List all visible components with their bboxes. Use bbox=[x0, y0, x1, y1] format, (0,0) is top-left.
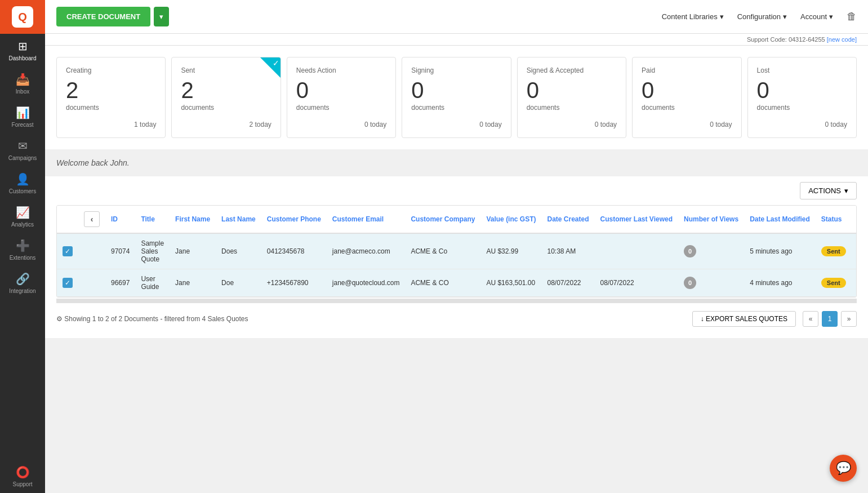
row-checkbox-cell-1[interactable]: ✓ bbox=[57, 233, 78, 269]
th-date-last-modified[interactable]: Date Last Modified bbox=[744, 206, 816, 233]
pagination-first-button[interactable]: « bbox=[803, 311, 818, 327]
row-email-2: jane@quotecloud.com bbox=[327, 269, 406, 297]
stat-label-signed-accepted: Signed & Accepted bbox=[527, 66, 617, 74]
views-badge-1: 0 bbox=[684, 245, 696, 257]
th-value[interactable]: Value (inc GST) bbox=[480, 206, 541, 233]
chevron-down-icon: ▾ bbox=[783, 12, 787, 21]
stat-card-creating[interactable]: Creating 2 documents 1 today bbox=[56, 57, 166, 138]
stat-docs-sent: documents bbox=[181, 104, 271, 112]
stat-count-sent: 2 bbox=[181, 79, 271, 101]
row-checkbox-1[interactable]: ✓ bbox=[63, 246, 73, 256]
pagination-page-1[interactable]: 1 bbox=[822, 311, 838, 327]
stat-today-signed-accepted: 0 today bbox=[527, 121, 617, 128]
new-code-link[interactable]: [new code] bbox=[827, 36, 857, 43]
row-last-name-1: Does bbox=[216, 233, 261, 269]
pagination-last-button[interactable]: » bbox=[841, 311, 857, 327]
views-badge-2: 0 bbox=[684, 277, 696, 289]
status-badge-2: Sent bbox=[821, 278, 846, 288]
stat-count-paid: 0 bbox=[642, 79, 732, 101]
sidebar: Q ⊞ Dashboard 📥 Inbox 📊 Forecast ✉ Campa… bbox=[0, 0, 45, 493]
stat-docs-lost: documents bbox=[757, 104, 847, 112]
stat-card-paid[interactable]: Paid 0 documents 0 today bbox=[632, 57, 741, 138]
documents-table-wrapper: ‹ ID Title First Name Last Name Customer… bbox=[56, 205, 857, 297]
row-date-modified-2: 4 minutes ago bbox=[744, 269, 816, 297]
row-title-2: User Guide bbox=[135, 269, 170, 297]
sidebar-label-forecast: Forecast bbox=[12, 122, 34, 128]
th-id[interactable]: ID bbox=[105, 206, 135, 233]
sidebar-item-inbox[interactable]: 📥 Inbox bbox=[0, 67, 45, 100]
row-company-2: ACME & CO bbox=[405, 269, 480, 297]
stat-card-sent[interactable]: ✓ Sent 2 documents 2 today bbox=[171, 57, 281, 138]
th-number-of-views[interactable]: Number of Views bbox=[678, 206, 744, 233]
create-document-dropdown-button[interactable]: ▾ bbox=[154, 7, 169, 26]
row-id-1: 97074 bbox=[105, 233, 135, 269]
sidebar-item-dashboard[interactable]: ⊞ Dashboard bbox=[0, 34, 45, 67]
table-nav-back-button[interactable]: ‹ bbox=[84, 211, 100, 227]
stat-card-signed-accepted[interactable]: Signed & Accepted 0 documents 0 today bbox=[517, 57, 626, 138]
sidebar-label-support: Support bbox=[12, 481, 32, 487]
app-logo[interactable]: Q bbox=[0, 0, 45, 34]
create-document-button[interactable]: CREATE DOCUMENT bbox=[56, 7, 150, 26]
sidebar-item-forecast[interactable]: 📊 Forecast bbox=[0, 100, 45, 134]
th-nav-back[interactable]: ‹ bbox=[78, 206, 105, 233]
th-date-created[interactable]: Date Created bbox=[541, 206, 594, 233]
inbox-icon: 📥 bbox=[16, 73, 30, 86]
sidebar-item-extentions[interactable]: ➕ Extentions bbox=[0, 233, 45, 267]
stat-label-sent: Sent bbox=[181, 66, 271, 74]
sidebar-item-customers[interactable]: 👤 Customers bbox=[0, 167, 45, 200]
stat-card-lost[interactable]: Lost 0 documents 0 today bbox=[747, 57, 857, 138]
stat-docs-paid: documents bbox=[642, 104, 732, 112]
sidebar-item-support[interactable]: ⭕ Support bbox=[0, 460, 45, 493]
th-last-name[interactable]: Last Name bbox=[216, 206, 261, 233]
row-checkbox-2[interactable]: ✓ bbox=[63, 278, 73, 288]
th-customer-last-viewed[interactable]: Customer Last Viewed bbox=[595, 206, 678, 233]
sidebar-item-integration[interactable]: 🔗 Integration bbox=[0, 267, 45, 300]
row-value-2: AU $163,501.00 bbox=[480, 269, 541, 297]
export-sales-quotes-button[interactable]: ↓ EXPORT SALES QUOTES bbox=[692, 311, 796, 327]
row-checkbox-cell-2[interactable]: ✓ bbox=[57, 269, 78, 297]
sidebar-label-campaigns: Campaigns bbox=[8, 155, 37, 161]
sidebar-item-analytics[interactable]: 📈 Analytics bbox=[0, 200, 45, 233]
chevron-down-icon: ▾ bbox=[829, 12, 833, 21]
table-header-row: ‹ ID Title First Name Last Name Customer… bbox=[57, 206, 857, 233]
row-phone-2: +1234567890 bbox=[261, 269, 327, 297]
extentions-icon: ➕ bbox=[16, 239, 30, 252]
sent-badge-check-icon: ✓ bbox=[273, 59, 279, 68]
th-customer-phone[interactable]: Customer Phone bbox=[261, 206, 327, 233]
th-title[interactable]: Title bbox=[135, 206, 170, 233]
stat-card-needs-action[interactable]: Needs Action 0 documents 0 today bbox=[287, 57, 396, 138]
chevron-down-icon: ▾ bbox=[844, 186, 848, 195]
sidebar-item-campaigns[interactable]: ✉ Campaigns bbox=[0, 134, 45, 167]
row-date-created-2: 08/07/2022 bbox=[541, 269, 594, 297]
nav-content-libraries[interactable]: Content Libraries ▾ bbox=[662, 12, 724, 21]
topbar: CREATE DOCUMENT ▾ Content Libraries ▾ Co… bbox=[45, 0, 868, 34]
stat-card-signing[interactable]: Signing 0 documents 0 today bbox=[402, 57, 511, 138]
trash-icon[interactable]: 🗑 bbox=[847, 11, 857, 23]
nav-configuration[interactable]: Configuration ▾ bbox=[737, 12, 787, 21]
row-date-created-1: 10:38 AM bbox=[541, 233, 594, 269]
chat-bubble-button[interactable]: 💬 bbox=[830, 455, 857, 482]
table-row: ✓ 97074 Sample Sales Quote Jane Does 041… bbox=[57, 233, 857, 269]
stat-today-creating: 1 today bbox=[66, 121, 156, 128]
th-customer-company[interactable]: Customer Company bbox=[405, 206, 480, 233]
stat-label-creating: Creating bbox=[66, 66, 156, 74]
row-last-name-2: Doe bbox=[216, 269, 261, 297]
stat-count-signing: 0 bbox=[411, 79, 501, 101]
table-showing-text: ⚙ Showing 1 to 2 of 2 Documents - filter… bbox=[56, 315, 248, 323]
stat-label-lost: Lost bbox=[757, 66, 847, 74]
th-nav-forward[interactable]: › bbox=[852, 206, 857, 233]
th-first-name[interactable]: First Name bbox=[170, 206, 216, 233]
row-date-modified-1: 5 minutes ago bbox=[744, 233, 816, 269]
th-customer-email[interactable]: Customer Email bbox=[327, 206, 406, 233]
th-status[interactable]: Status bbox=[816, 206, 852, 233]
stat-today-needs-action: 0 today bbox=[296, 121, 386, 128]
row-title-1: Sample Sales Quote bbox=[135, 233, 170, 269]
table-footer-right: ↓ EXPORT SALES QUOTES « 1 » bbox=[692, 311, 857, 327]
actions-button[interactable]: ACTIONS ▾ bbox=[800, 182, 857, 199]
stat-count-lost: 0 bbox=[757, 79, 847, 101]
row-action-1: VIEW ▾ bbox=[852, 233, 857, 269]
horizontal-scrollbar[interactable] bbox=[56, 299, 857, 303]
nav-account[interactable]: Account ▾ bbox=[800, 12, 833, 21]
row-email-1: jane@acmeco.com bbox=[327, 233, 406, 269]
table-row: ✓ 96697 User Guide Jane Doe +1234567890 … bbox=[57, 269, 857, 297]
